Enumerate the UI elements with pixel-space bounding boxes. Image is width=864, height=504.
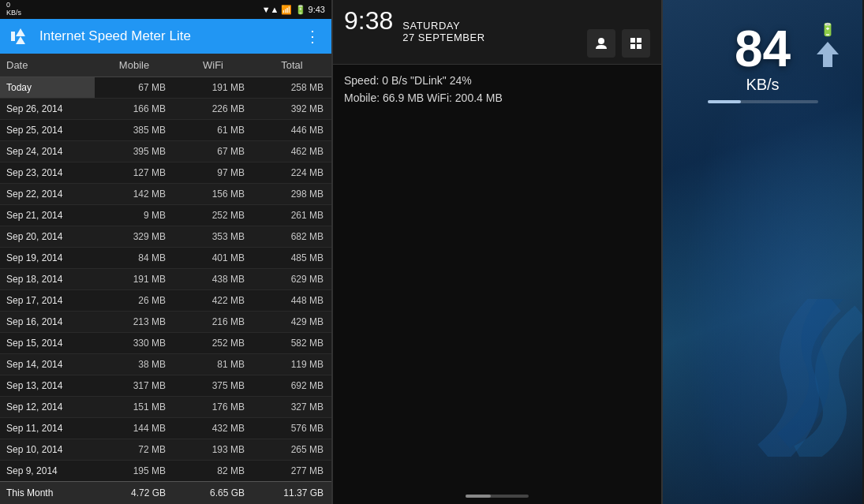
widget-speed-value: 84	[735, 24, 791, 74]
speed-bar-track	[708, 100, 818, 103]
svg-rect-6	[630, 44, 635, 49]
table-row: Sep 16, 2014213 MB216 MB429 MB	[0, 312, 331, 333]
table-header: Date Mobile WiFi Total	[0, 54, 331, 77]
row-date: Sep 9, 2014	[0, 461, 95, 481]
table-row: Sep 13, 2014317 MB375 MB692 MB	[0, 375, 331, 397]
notification-time: 9:38	[344, 8, 393, 33]
svg-rect-5	[637, 38, 641, 43]
row-mobile: 84 MB	[95, 248, 174, 268]
row-wifi: 401 MB	[174, 248, 252, 268]
row-mobile: 67 MB	[95, 77, 174, 98]
data-table: Date Mobile WiFi Total Today67 MB191 MB2…	[0, 54, 331, 504]
row-total: 629 MB	[252, 269, 331, 289]
row-mobile: 166 MB	[95, 99, 174, 119]
notification-day: SATURDAY	[402, 20, 484, 32]
table-row: Sep 18, 2014191 MB438 MB629 MB	[0, 269, 331, 290]
header-mobile: Mobile	[95, 54, 174, 77]
row-date: Sep 25, 2014	[0, 120, 95, 140]
row-date: Sep 12, 2014	[0, 397, 95, 417]
speed-bar-container	[708, 100, 818, 103]
row-total: 448 MB	[252, 290, 331, 311]
row-mobile: 142 MB	[95, 184, 174, 204]
status-bar-right: ▼▲ 📶 🔋 9:43	[262, 5, 325, 15]
footer-wifi: 6.65 GB	[174, 482, 252, 504]
row-mobile: 317 MB	[95, 375, 174, 396]
table-row: Sep 24, 2014395 MB67 MB462 MB	[0, 141, 331, 162]
footer-label: This Month	[0, 482, 95, 504]
row-wifi: 81 MB	[174, 354, 252, 375]
notification-content: Speed: 0 B/s "DLink" 24% Mobile: 66.9 MB…	[333, 65, 661, 114]
speed-icon	[9, 25, 32, 47]
row-total: 485 MB	[252, 248, 331, 268]
row-wifi: 191 MB	[174, 77, 252, 98]
row-wifi: 97 MB	[174, 162, 252, 183]
right-panel: 🔋 84 KB/s	[663, 0, 862, 504]
row-mobile: 191 MB	[95, 269, 174, 289]
data-info-line: Mobile: 66.9 MB WiFi: 200.4 MB	[344, 91, 650, 104]
app-icon	[9, 25, 32, 47]
table-footer: This Month 4.72 GB 6.65 GB 11.37 GB	[0, 481, 331, 504]
row-date: Sep 16, 2014	[0, 312, 95, 332]
grid-icon	[629, 36, 643, 50]
speed-info-line: Speed: 0 B/s "DLink" 24%	[344, 74, 650, 87]
row-mobile: 151 MB	[95, 397, 174, 417]
status-bar-speed: 0 KB/s	[6, 2, 21, 17]
row-total: 392 MB	[252, 99, 331, 119]
table-row: Sep 14, 201438 MB81 MB119 MB	[0, 354, 331, 375]
download-arrow-icon	[817, 42, 839, 67]
menu-button[interactable]: ⋮	[305, 27, 322, 46]
row-total: 692 MB	[252, 375, 331, 396]
row-total: 261 MB	[252, 205, 331, 226]
row-total: 224 MB	[252, 162, 331, 183]
row-total: 298 MB	[252, 184, 331, 204]
row-date: Sep 19, 2014	[0, 248, 95, 268]
app-title: Internet Speed Meter Lite	[39, 28, 191, 44]
row-mobile: 385 MB	[95, 120, 174, 140]
status-bar: 0 KB/s ▼▲ 📶 🔋 9:43	[0, 0, 331, 19]
svg-marker-1	[16, 28, 25, 36]
row-date: Sep 23, 2014	[0, 162, 95, 183]
download-icon-area: 🔋	[817, 22, 839, 67]
row-date: Sep 14, 2014	[0, 354, 95, 375]
table-row: Sep 11, 2014144 MB432 MB576 MB	[0, 418, 331, 439]
app-header: Internet Speed Meter Lite ⋮	[0, 19, 331, 54]
row-total: 576 MB	[252, 418, 331, 439]
dark-notification-area	[333, 114, 661, 504]
table-row: Sep 26, 2014166 MB226 MB392 MB	[0, 99, 331, 120]
row-wifi: 82 MB	[174, 461, 252, 481]
notification-full-date: 27 SEPTEMBER	[402, 32, 484, 43]
row-date: Sep 26, 2014	[0, 99, 95, 119]
row-total: 582 MB	[252, 333, 331, 353]
notif-icon-person	[587, 29, 615, 58]
row-total: 327 MB	[252, 397, 331, 417]
app-header-left: Internet Speed Meter Lite	[9, 25, 191, 47]
status-speed-unit: KB/s	[6, 9, 21, 17]
svg-point-3	[598, 38, 604, 44]
speed-bar-fill	[708, 100, 741, 103]
row-date: Sep 22, 2014	[0, 184, 95, 204]
row-wifi: 438 MB	[174, 269, 252, 289]
svg-rect-4	[630, 38, 635, 43]
row-mobile: 329 MB	[95, 226, 174, 247]
row-total: 682 MB	[252, 226, 331, 247]
row-date: Sep 24, 2014	[0, 141, 95, 162]
row-mobile: 72 MB	[95, 439, 174, 460]
row-total: 462 MB	[252, 141, 331, 162]
row-wifi: 176 MB	[174, 397, 252, 417]
table-row: Today67 MB191 MB258 MB	[0, 77, 331, 99]
header-total: Total	[252, 54, 331, 77]
row-total: 258 MB	[252, 77, 331, 98]
row-mobile: 213 MB	[95, 312, 174, 332]
notification-header: 9:38 SATURDAY 27 SEPTEMBER	[333, 0, 661, 65]
left-panel: 0 KB/s ▼▲ 📶 🔋 9:43 Internet Speed Meter …	[0, 0, 331, 504]
row-date: Sep 17, 2014	[0, 290, 95, 311]
row-total: 429 MB	[252, 312, 331, 332]
row-wifi: 193 MB	[174, 439, 252, 460]
row-wifi: 67 MB	[174, 141, 252, 162]
row-wifi: 156 MB	[174, 184, 252, 204]
row-wifi: 61 MB	[174, 120, 252, 140]
table-row: Sep 23, 2014127 MB97 MB224 MB	[0, 162, 331, 184]
svg-rect-7	[637, 44, 641, 49]
table-row: Sep 21, 20149 MB252 MB261 MB	[0, 205, 331, 226]
svg-marker-8	[817, 42, 839, 67]
